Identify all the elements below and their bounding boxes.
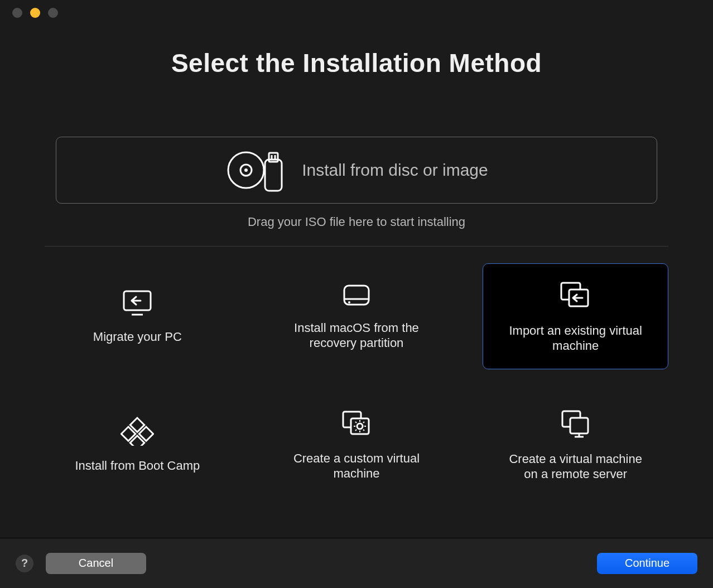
option-migrate-pc[interactable]: Migrate your PC — [45, 263, 230, 369]
custom-vm-icon — [340, 408, 373, 438]
dropzone-hint: Drag your ISO file here to start install… — [0, 215, 713, 229]
bootcamp-icon — [121, 416, 154, 446]
remote-vm-icon — [559, 408, 592, 439]
divider — [45, 246, 668, 247]
dropzone-label: Install from disc or image — [302, 161, 488, 180]
option-label: Create a custom virtual machine — [284, 451, 429, 481]
svg-rect-3 — [265, 160, 282, 191]
option-label: Install macOS from the recovery partitio… — [284, 320, 429, 351]
window-minimize-button[interactable] — [30, 8, 40, 18]
option-label: Install from Boot Camp — [75, 458, 200, 474]
option-label: Create a virtual machine on a remote ser… — [503, 451, 648, 482]
disk-icon — [341, 282, 372, 308]
import-vm-icon — [558, 279, 594, 311]
option-create-remote-vm[interactable]: Create a virtual machine on a remote ser… — [483, 392, 668, 498]
svg-rect-22 — [570, 418, 588, 433]
install-from-disc-dropzone[interactable]: Install from disc or image — [56, 137, 657, 204]
svg-rect-4 — [269, 153, 278, 162]
option-install-macos[interactable]: Install macOS from the recovery partitio… — [264, 263, 450, 369]
page-title: Select the Installation Method — [0, 48, 713, 78]
help-button[interactable]: ? — [16, 555, 33, 572]
continue-button[interactable]: Continue — [597, 553, 697, 574]
window-titlebar — [0, 0, 713, 26]
option-label: Import an existing virtual machine — [503, 323, 648, 354]
disc-usb-icon — [225, 146, 286, 194]
option-create-custom-vm[interactable]: Create a custom virtual machine — [264, 392, 450, 498]
option-install-bootcamp[interactable]: Install from Boot Camp — [45, 392, 230, 498]
svg-point-2 — [244, 168, 248, 172]
migrate-pc-icon — [122, 288, 153, 317]
cancel-button[interactable]: Cancel — [46, 553, 146, 574]
bottom-toolbar: ? Cancel Continue — [0, 538, 713, 588]
window-close-button[interactable] — [12, 8, 22, 18]
svg-rect-9 — [344, 286, 369, 305]
options-grid: Migrate your PC Install macOS from the r… — [45, 263, 668, 498]
option-import-vm[interactable]: Import an existing virtual machine — [483, 263, 668, 369]
svg-point-11 — [348, 301, 350, 303]
option-label: Migrate your PC — [93, 329, 182, 345]
window-zoom-button[interactable] — [48, 8, 58, 18]
